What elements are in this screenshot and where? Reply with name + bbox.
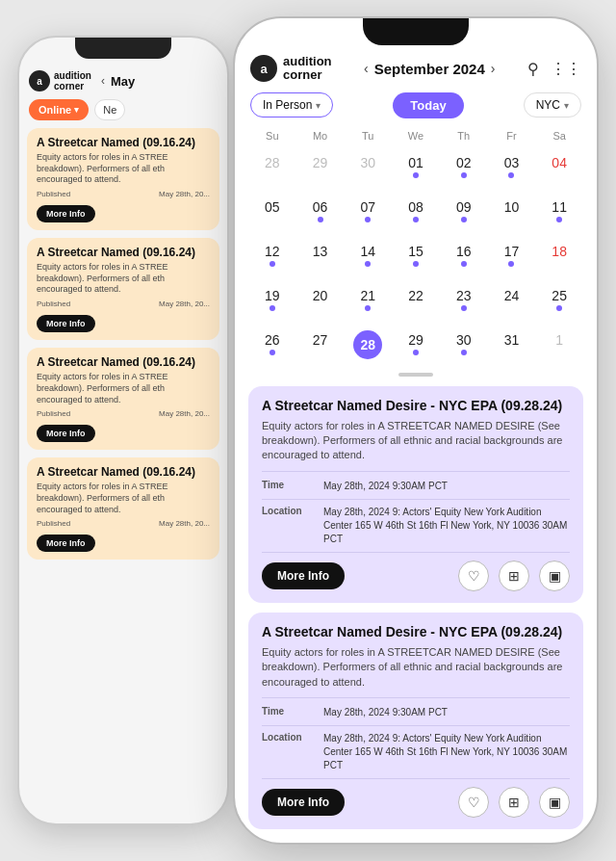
nyc-filter-button[interactable]: NYC [524, 92, 581, 117]
back-card-4-title: A Streetcar Named (09.16.24) [37, 465, 210, 479]
cal-cell-r0c4[interactable]: 02 [440, 147, 488, 188]
cal-event-dot [270, 350, 275, 355]
cal-cell-r0c0[interactable]: 28 [248, 147, 296, 188]
back-card-1: A Streetcar Named (09.16.24) Equity acto… [27, 128, 219, 230]
dynamic-island [363, 18, 469, 45]
event-card-2-actions: More Info ♡ ⊞ ▣ [262, 787, 570, 818]
cal-cell-r0c6[interactable]: 04 [535, 147, 583, 188]
cal-cell-r2c0[interactable]: 12 [248, 236, 296, 276]
cal-no-dot [508, 305, 514, 311]
cal-cell-r3c4[interactable]: 23 [440, 280, 488, 321]
cal-no-dot [270, 217, 275, 222]
cal-cell-r4c0[interactable]: 26 [248, 325, 296, 365]
event2-calendar-icon-button[interactable]: ▣ [539, 787, 570, 818]
cal-cell-r4c4[interactable]: 30 [440, 325, 488, 365]
calendar-grid: 2829300102030405060708091011121314151617… [248, 147, 583, 365]
event-card-1-location-label: Location [262, 506, 316, 546]
event-card-2-more-info-button[interactable]: More Info [262, 789, 345, 816]
cal-no-dot [318, 172, 323, 178]
event2-heart-icon-button[interactable]: ♡ [458, 787, 489, 818]
cards-scroll[interactable]: A Streetcar Named Desire - NYC EPA (09.2… [235, 378, 597, 845]
back-card-1-more-info-button[interactable]: More Info [37, 205, 95, 222]
back-card-4-more-info-button[interactable]: More Info [37, 535, 95, 552]
back-nav-prev-icon[interactable]: ‹ [101, 74, 105, 88]
cal-cell-r4c6[interactable]: 1 [535, 325, 583, 365]
back-card-4: A Streetcar Named (09.16.24) Equity acto… [27, 457, 219, 560]
cal-cell-r0c5[interactable]: 03 [488, 147, 536, 188]
back-phone: a audition corner ‹ May Online Ne A Stre… [17, 36, 229, 825]
grid-icon[interactable]: ⋮⋮ [551, 60, 581, 78]
cal-cell-r3c2[interactable]: 21 [344, 280, 392, 321]
cal-cell-r2c1[interactable]: 13 [296, 236, 345, 276]
cal-cell-r4c3[interactable]: 29 [392, 325, 440, 365]
cal-day-number: 04 [552, 156, 567, 170]
ne-filter-button[interactable]: Ne [94, 99, 125, 120]
search-icon[interactable]: ⚲ [527, 60, 539, 78]
cal-cell-r1c0[interactable]: 05 [248, 192, 296, 232]
cal-cell-r2c4[interactable]: 16 [440, 236, 488, 276]
map-icon-button[interactable]: ⊞ [499, 561, 529, 591]
cal-cell-r2c6[interactable]: 18 [535, 236, 583, 276]
scroll-hint [398, 373, 433, 377]
cal-cell-r0c1[interactable]: 29 [296, 147, 345, 188]
cal-cell-r0c2[interactable]: 30 [344, 147, 392, 188]
cal-cell-r3c3[interactable]: 22 [392, 280, 440, 321]
online-filter-button[interactable]: Online [29, 99, 89, 120]
front-filter-row: In Person Today NYC [235, 87, 597, 124]
cal-cell-r3c5[interactable]: 24 [488, 280, 536, 321]
cal-no-dot [318, 305, 323, 311]
cal-cell-r1c2[interactable]: 07 [344, 192, 392, 232]
event-card-2-time-row: Time May 28th, 2024 9:30AM PCT [262, 706, 570, 726]
back-phone-content: a audition corner ‹ May Online Ne A Stre… [19, 59, 227, 563]
cal-event-dot [365, 305, 371, 311]
cal-day-number: 18 [552, 245, 567, 258]
calendar-icon-button[interactable]: ▣ [539, 561, 570, 591]
back-card-2-more-info-button[interactable]: More Info [37, 315, 95, 332]
cal-cell-r4c1[interactable]: 27 [296, 325, 345, 365]
cal-cell-r3c6[interactable]: 25 [535, 280, 583, 321]
cal-cell-r2c3[interactable]: 15 [392, 236, 440, 276]
cal-event-dot [461, 305, 467, 311]
cal-cell-r3c1[interactable]: 20 [296, 280, 345, 321]
calendar: Su Mo Tu We Th Fr Sa 2829300102030405060… [235, 124, 597, 369]
cal-day-number: 11 [552, 200, 567, 214]
cal-day-number: 08 [408, 200, 424, 214]
cal-header-tu: Tu [344, 130, 392, 142]
back-card-2-date: May 28th, 20... [159, 300, 210, 308]
back-card-4-meta: Published May 28th, 20... [37, 519, 210, 528]
cal-header-su: Su [248, 130, 296, 142]
cal-cell-r3c0[interactable]: 19 [248, 280, 296, 321]
event-card-1-more-info-button[interactable]: More Info [262, 562, 345, 589]
cal-no-dot [365, 172, 371, 178]
in-person-filter-button[interactable]: In Person [250, 92, 333, 117]
cal-cell-r1c5[interactable]: 10 [488, 192, 536, 232]
cal-cell-r2c5[interactable]: 17 [488, 236, 536, 276]
event-card-1-time-value: May 28th, 2024 9:30AM PCT [323, 480, 448, 493]
cal-cell-r1c3[interactable]: 08 [392, 192, 440, 232]
cal-cell-r1c4[interactable]: 09 [440, 192, 488, 232]
event2-map-icon-button[interactable]: ⊞ [499, 787, 529, 818]
cal-cell-r0c3[interactable]: 01 [392, 147, 440, 188]
heart-icon-button[interactable]: ♡ [458, 561, 489, 591]
cal-cell-r4c5[interactable]: 31 [488, 325, 536, 365]
next-month-icon[interactable]: › [491, 61, 496, 76]
event-card-1-title: A Streetcar Named Desire - NYC EPA (09.2… [262, 398, 570, 413]
back-card-3-more-info-button[interactable]: More Info [37, 425, 95, 442]
back-card-4-desc: Equity actors for roles in A STREE break… [37, 482, 210, 515]
today-button[interactable]: Today [393, 92, 463, 118]
cal-day-number: 24 [504, 289, 520, 302]
cal-day-number: 06 [313, 200, 328, 214]
back-card-3-title: A Streetcar Named (09.16.24) [37, 355, 210, 369]
back-card-2-meta: Published May 28th, 20... [37, 300, 210, 308]
prev-month-icon[interactable]: ‹ [364, 61, 369, 76]
cal-event-dot [318, 217, 323, 222]
cal-cell-r1c1[interactable]: 06 [296, 192, 345, 232]
cal-cell-r1c6[interactable]: 11 [535, 192, 583, 232]
cal-header-fr: Fr [488, 130, 536, 142]
back-card-3: A Streetcar Named (09.16.24) Equity acto… [27, 348, 219, 450]
cal-day-number: 26 [265, 333, 280, 347]
cal-cell-r2c2[interactable]: 14 [344, 236, 392, 276]
back-notch [75, 38, 171, 59]
back-logo: a audition corner [29, 70, 91, 91]
cal-cell-r4c2[interactable]: 28 [344, 325, 392, 365]
